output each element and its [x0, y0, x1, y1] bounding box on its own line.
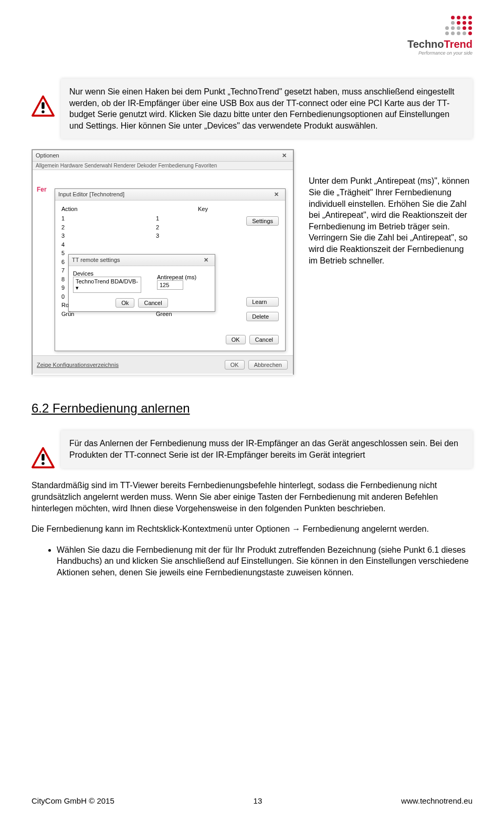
section-heading: 6.2 Fernbedienung anlernen: [32, 401, 472, 416]
antirepeat-input[interactable]: 125: [157, 280, 183, 290]
options-title: Optionen: [36, 152, 59, 159]
options-window: Optionen ✕ Allgemein Hardware Senderwahl…: [32, 150, 293, 374]
screenshot-image: Optionen ✕ Allgemein Hardware Senderwahl…: [32, 149, 294, 375]
logo-dots: [445, 16, 472, 35]
fer-label: Fer: [37, 186, 47, 193]
settings-button[interactable]: Settings: [246, 216, 279, 226]
svg-point-2: [41, 110, 45, 113]
input-editor-ok-button[interactable]: OK: [226, 335, 246, 344]
options-tabs[interactable]: Allgemein Hardware Senderwahl Renderer D…: [33, 162, 293, 170]
warning-text-2: Für das Anlernen der Fernbedienung muss …: [61, 430, 472, 468]
col-action: Action: [61, 206, 156, 212]
options-ok-button[interactable]: OK: [225, 360, 245, 370]
logo-part2: Trend: [444, 38, 472, 50]
tt-cancel-button[interactable]: Cancel: [138, 298, 167, 308]
svg-rect-1: [41, 102, 45, 109]
config-dir-link[interactable]: Zeige Konfigurationsverzeichnis: [37, 362, 119, 368]
options-cancel-button[interactable]: Abbrechen: [248, 360, 288, 370]
warning-icon: [32, 94, 55, 118]
paragraph-2: Die Fernbedienung kann im Rechtsklick-Ko…: [32, 523, 472, 535]
col-key: Key: [198, 206, 208, 212]
bullet-item: Wählen Sie dazu die Fernbedienung mit de…: [57, 544, 472, 578]
footer-page-number: 13: [254, 796, 262, 805]
svg-point-5: [41, 462, 45, 466]
list-header: Action Key: [59, 205, 281, 213]
warning-box-2: Für das Anlernen der Fernbedienung muss …: [32, 430, 472, 469]
warning-icon: [32, 446, 55, 469]
close-icon[interactable]: ✕: [201, 257, 212, 264]
close-icon[interactable]: ✕: [271, 191, 282, 198]
devices-label: Devices: [73, 270, 93, 277]
antirepeat-explanation: Unter dem Punkt „Antirepeat (ms)", könne…: [309, 149, 472, 266]
close-icon[interactable]: ✕: [279, 152, 290, 159]
tt-remote-title: TT remote settings: [72, 257, 120, 264]
delete-button[interactable]: Delete: [246, 312, 279, 321]
devices-select[interactable]: TechnoTrend BDA/DVB- ▾: [73, 277, 141, 293]
brand-logo: TechnoTrend Performance on your side: [407, 16, 472, 56]
tt-remote-window: TT remote settings ✕ Devices TechnoTrend…: [68, 254, 215, 312]
footer-right: www.technotrend.eu: [401, 796, 472, 805]
input-editor-title: Input Editor [Technotrend]: [58, 191, 124, 198]
antirepeat-label: Antirepeat (ms): [157, 274, 196, 280]
logo-part1: Techno: [407, 38, 444, 50]
paragraph-1: Standardmäßig sind im TT-Viewer bereits …: [32, 480, 472, 514]
learn-button[interactable]: Learn: [246, 297, 279, 307]
bullet-list: Wählen Sie dazu die Fernbedienung mit de…: [57, 544, 472, 578]
logo-tagline: Performance on your side: [407, 50, 472, 56]
footer-left: CityCom GmbH © 2015: [32, 796, 114, 805]
logo-text: TechnoTrend: [407, 38, 472, 50]
middle-row: Optionen ✕ Allgemein Hardware Senderwahl…: [32, 149, 472, 375]
page-footer: CityCom GmbH © 2015 13 www.technotrend.e…: [32, 796, 472, 805]
warning-text-1: Nur wenn Sie einen Haken bei dem Punkt „…: [61, 79, 472, 139]
input-editor-cancel-button[interactable]: Cancel: [249, 335, 279, 344]
svg-rect-4: [41, 454, 45, 461]
warning-box-1: Nur wenn Sie einen Haken bei dem Punkt „…: [32, 79, 472, 139]
tt-ok-button[interactable]: Ok: [116, 298, 134, 308]
